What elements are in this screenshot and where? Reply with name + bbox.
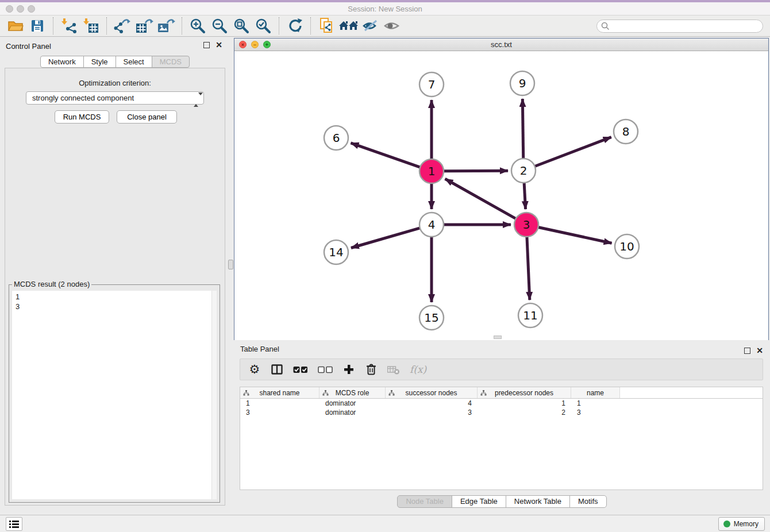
edge-3-to-1[interactable] xyxy=(445,179,516,218)
optimization-criterion-label: Optimization criterion: xyxy=(5,79,225,87)
close-panel-button[interactable]: Close panel xyxy=(117,110,177,124)
column-header-successor-nodes[interactable]: successor nodes xyxy=(386,387,478,398)
edge-1-to-6[interactable] xyxy=(351,143,420,167)
float-table-panel-icon[interactable] xyxy=(744,348,750,354)
tab-node-table[interactable]: Node Table xyxy=(397,495,452,508)
graph-node-label: 6 xyxy=(333,131,340,145)
table-panel-title: Table Panel xyxy=(240,345,279,353)
export-image-icon[interactable] xyxy=(156,17,176,34)
node-table[interactable]: shared nameMCDS rolesuccessor nodesprede… xyxy=(240,387,763,490)
edge-4-to-14[interactable] xyxy=(351,228,420,248)
open-file-icon[interactable] xyxy=(6,17,25,34)
edge-3-to-11[interactable] xyxy=(527,237,530,300)
table-cell[interactable]: dominator xyxy=(319,399,386,408)
tab-edge-table[interactable]: Edge Table xyxy=(452,495,506,508)
column-header-shared-name[interactable]: shared name xyxy=(240,387,319,398)
task-history-button[interactable] xyxy=(6,517,22,531)
tab-motifs[interactable]: Motifs xyxy=(569,495,607,508)
tab-style[interactable]: Style xyxy=(83,56,116,68)
canvas-scrollbar-stub[interactable] xyxy=(494,336,502,339)
table-header-row: shared nameMCDS rolesuccessor nodesprede… xyxy=(240,387,763,399)
mcds-result-box: MCDS result (2 nodes) 13 xyxy=(9,284,220,503)
search-icon xyxy=(601,22,610,30)
search-field xyxy=(596,20,763,33)
memory-status-dot-icon xyxy=(723,521,730,527)
function-builder-icon[interactable]: f(x) xyxy=(410,363,426,376)
edge-1-to-2[interactable] xyxy=(444,171,508,171)
table-row[interactable]: 1dominator411 xyxy=(240,399,763,408)
control-panel-title: Control Panel xyxy=(6,42,51,51)
tab-network-table[interactable]: Network Table xyxy=(506,495,570,508)
control-panel: Control Panel ✕ NetworkStyleSelectMCDS O… xyxy=(0,37,230,513)
toolbar-separator xyxy=(106,17,107,34)
panel-divider-grip[interactable] xyxy=(228,260,233,269)
select-stepper-icon xyxy=(194,94,199,103)
memory-button[interactable]: Memory xyxy=(718,517,765,531)
graph-node-label: 7 xyxy=(428,78,436,91)
edge-3-to-10[interactable] xyxy=(538,227,612,243)
table-cell[interactable]: 3 xyxy=(240,408,319,417)
window-title: Session: New Session xyxy=(0,5,770,13)
save-session-icon[interactable] xyxy=(28,17,47,34)
float-panel-icon[interactable] xyxy=(203,42,210,48)
network-window-titlebar[interactable]: × − + scc.txt xyxy=(234,38,768,51)
add-column-icon[interactable] xyxy=(342,363,355,376)
delete-column-icon[interactable] xyxy=(365,363,378,376)
status-bar: Memory xyxy=(0,515,770,532)
settings-gear-icon[interactable]: ⚙ xyxy=(248,363,261,376)
tab-mcds[interactable]: MCDS xyxy=(152,56,190,68)
criterion-value: strongly connected component xyxy=(32,94,134,102)
zoom-in-icon[interactable] xyxy=(188,17,207,34)
column-header-mcds-role[interactable]: MCDS role xyxy=(319,387,386,398)
export-table-icon[interactable] xyxy=(134,17,154,34)
graph-node-label: 10 xyxy=(619,240,634,253)
close-table-panel-icon[interactable]: ✕ xyxy=(756,346,763,355)
graph-node-label: 2 xyxy=(520,164,528,178)
result-line: 1 xyxy=(16,292,208,302)
table-cell[interactable]: 1 xyxy=(478,399,571,408)
network-canvas[interactable]: 7968124314101511 xyxy=(234,51,768,340)
mcds-result-list[interactable]: 13 xyxy=(12,291,211,499)
table-cell[interactable]: 1 xyxy=(571,399,620,408)
table-tabs: Node TableEdge TableNetwork TableMotifs xyxy=(234,495,770,508)
application-window: Session: New Session xyxy=(0,0,770,532)
delete-table-icon[interactable] xyxy=(387,363,400,376)
home-overview-icon[interactable] xyxy=(338,17,358,34)
eye-icon[interactable] xyxy=(382,17,402,34)
tab-select[interactable]: Select xyxy=(116,56,152,68)
memory-label: Memory xyxy=(734,520,759,528)
edge-2-to-8[interactable] xyxy=(535,137,611,167)
mcds-panel: Optimization criterion: strongly connect… xyxy=(5,68,225,506)
table-cell[interactable]: 3 xyxy=(386,408,478,417)
columns-icon[interactable] xyxy=(271,363,283,376)
list-icon xyxy=(9,520,19,528)
import-network-icon[interactable] xyxy=(59,17,79,34)
refresh-layout-icon[interactable] xyxy=(285,17,305,34)
hide-details-icon[interactable] xyxy=(360,17,380,34)
criterion-select[interactable]: strongly connected component xyxy=(26,91,204,105)
table-cell[interactable]: 1 xyxy=(240,399,319,408)
table-cell[interactable]: 4 xyxy=(386,399,478,408)
edge-2-to-3[interactable] xyxy=(524,183,525,209)
deselect-all-icon[interactable] xyxy=(318,363,333,376)
zoom-selected-icon[interactable] xyxy=(253,17,273,34)
column-header-name[interactable]: name xyxy=(571,387,620,398)
import-table-icon[interactable] xyxy=(81,17,101,34)
edge-2-to-9[interactable] xyxy=(522,99,523,159)
select-all-icon[interactable] xyxy=(293,363,308,376)
zoom-out-icon[interactable] xyxy=(210,17,229,34)
table-panel: Table Panel ✕ ⚙ f(x) xyxy=(234,341,770,513)
table-cell[interactable]: dominator xyxy=(319,408,386,417)
run-mcds-button[interactable]: Run MCDS xyxy=(55,110,109,124)
column-header-predecessor-nodes[interactable]: predecessor nodes xyxy=(478,387,571,398)
export-network-icon[interactable] xyxy=(113,17,132,34)
search-input[interactable] xyxy=(596,20,763,33)
zoom-fit-icon[interactable] xyxy=(232,17,251,34)
table-cell[interactable]: 3 xyxy=(571,408,620,417)
result-scrollbar[interactable] xyxy=(211,291,217,499)
tab-network[interactable]: Network xyxy=(40,56,84,68)
close-panel-icon[interactable]: ✕ xyxy=(215,40,222,49)
table-row[interactable]: 3dominator323 xyxy=(240,408,763,417)
duplicate-network-icon[interactable] xyxy=(317,17,336,34)
table-cell[interactable]: 2 xyxy=(478,408,571,417)
